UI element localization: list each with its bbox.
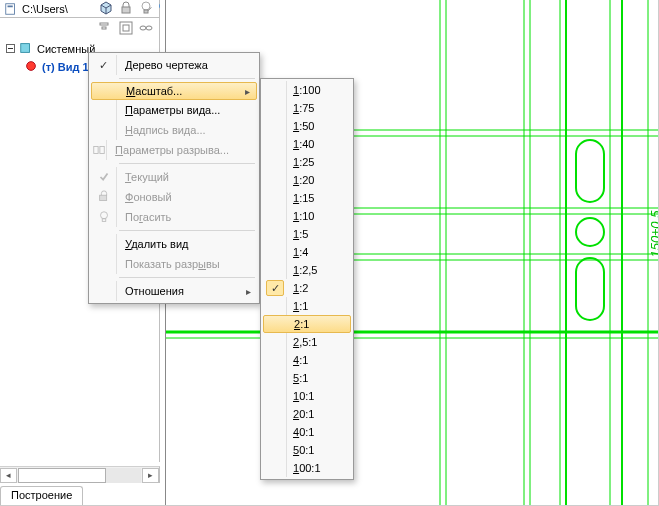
svg-rect-4 <box>144 10 148 13</box>
menu-item-relations[interactable]: Отношения <box>91 281 257 301</box>
menu-item-label: Надпись вида... <box>117 124 257 136</box>
layer-icon <box>19 41 33 57</box>
svg-point-35 <box>576 218 604 246</box>
scale-option[interactable]: 1:50 <box>263 117 351 135</box>
scale-option[interactable]: 1:40 <box>263 135 351 153</box>
svg-point-16 <box>27 62 36 71</box>
menu-item-label: Показать разрывы <box>117 258 257 270</box>
scale-option-label: 1:1 <box>287 300 351 312</box>
svg-point-41 <box>100 212 107 219</box>
scale-option-label: 40:1 <box>287 426 351 438</box>
scale-option-label: 20:1 <box>287 408 351 420</box>
scale-option[interactable]: 1:1 <box>263 297 351 315</box>
scale-option[interactable]: 1:5 <box>263 225 351 243</box>
menu-item-dim: Погасить <box>91 207 257 227</box>
scale-option[interactable]: 100:1 <box>263 459 351 477</box>
scale-option-label: 1:2,5 <box>287 264 351 276</box>
svg-rect-42 <box>102 219 106 222</box>
scale-option-label: 1:10 <box>287 210 351 222</box>
svg-rect-1 <box>8 5 13 7</box>
scroll-left-button[interactable]: ◂ <box>0 468 17 483</box>
menu-item-label: Фоновый <box>117 191 257 203</box>
svg-rect-15 <box>21 44 30 53</box>
scroll-thumb[interactable] <box>18 468 106 483</box>
menu-item-tree[interactable]: Дерево чертежа <box>91 55 257 75</box>
menu-item-show-breaks: Показать разрывы <box>91 254 257 274</box>
menu-item-label: Дерево чертежа <box>117 59 257 71</box>
scale-option-label: 2,5:1 <box>287 336 351 348</box>
menu-item-current: Текущий <box>91 167 257 187</box>
scale-option-label: 5:1 <box>287 372 351 384</box>
scale-option-label: 1:75 <box>287 102 351 114</box>
menu-item-background: Фоновый <box>91 187 257 207</box>
tab-label: Построение <box>11 489 72 501</box>
tree-tabs: Построение <box>0 483 160 506</box>
menu-item-label: Текущий <box>117 171 257 183</box>
scale-option[interactable]: 1:75 <box>263 99 351 117</box>
menu-item-scale[interactable]: Масштаб... <box>91 82 257 100</box>
context-menu: Дерево чертежа Масштаб... Параметры вида… <box>88 52 260 304</box>
scale-option[interactable]: 1:2,5 <box>263 261 351 279</box>
tree-item-label: Системный <box>37 43 95 55</box>
scale-option-label: 1:15 <box>287 192 351 204</box>
scale-option[interactable]: 20:1 <box>263 405 351 423</box>
scale-option[interactable]: 1:25 <box>263 153 351 171</box>
scale-option[interactable]: 1:2 <box>263 279 351 297</box>
menu-item-view-caption: Надпись вида... <box>91 120 257 140</box>
scale-option[interactable]: 4:1 <box>263 351 351 369</box>
scale-option[interactable]: 40:1 <box>263 423 351 441</box>
lock-icon[interactable] <box>118 0 134 18</box>
scale-option-label: 50:1 <box>287 444 351 456</box>
svg-rect-36 <box>576 258 604 320</box>
scale-option-label: 1:20 <box>287 174 351 186</box>
svg-rect-39 <box>99 147 103 154</box>
menu-item-label: Параметры разрыва... <box>107 144 257 156</box>
scroll-track[interactable] <box>18 468 141 483</box>
scale-option[interactable]: 1:4 <box>263 243 351 261</box>
svg-rect-34 <box>576 140 604 202</box>
menu-item-label: Отношения <box>117 285 257 297</box>
scale-option-label: 1:50 <box>287 120 351 132</box>
svg-rect-38 <box>93 147 97 154</box>
scale-option[interactable]: 5:1 <box>263 369 351 387</box>
menu-item-delete-view[interactable]: Удалить вид <box>91 234 257 254</box>
scale-option[interactable]: 1:15 <box>263 189 351 207</box>
cube-icon[interactable] <box>98 0 114 18</box>
scale-option-label: 4:1 <box>287 354 351 366</box>
tab-construction[interactable]: Построение <box>0 486 83 506</box>
menu-separator <box>119 277 255 278</box>
svg-rect-2 <box>122 7 130 13</box>
scale-option-label: 1:2 <box>287 282 351 294</box>
menu-item-label: Удалить вид <box>117 238 257 250</box>
scale-option[interactable]: 10:1 <box>263 387 351 405</box>
scale-option-label: 1:25 <box>287 156 351 168</box>
scale-option[interactable]: 1:100 <box>263 81 351 99</box>
scale-option[interactable]: 50:1 <box>263 441 351 459</box>
scale-option[interactable]: 2:1 <box>263 315 351 333</box>
menu-item-label: Параметры вида... <box>117 104 257 116</box>
sheet-icon <box>4 2 18 16</box>
menu-separator <box>119 78 255 79</box>
scale-option-label: 1:100 <box>287 84 351 96</box>
record-icon <box>24 59 38 75</box>
bulb-icon[interactable] <box>138 0 154 18</box>
menu-separator <box>119 230 255 231</box>
minus-box-icon[interactable] <box>6 43 15 55</box>
scale-option-label: 10:1 <box>287 390 351 402</box>
menu-item-label: Масштаб... <box>118 85 256 97</box>
svg-rect-40 <box>99 195 106 200</box>
tree-horizontal-scrollbar[interactable]: ◂ ▸ <box>0 466 160 483</box>
scale-submenu: 1:1001:751:501:401:251:201:151:101:51:41… <box>260 78 354 480</box>
menu-item-view-params[interactable]: Параметры вида... <box>91 100 257 120</box>
scale-option[interactable]: 1:20 <box>263 171 351 189</box>
scale-option-label: 2:1 <box>288 318 350 330</box>
scale-option-label: 1:40 <box>287 138 351 150</box>
menu-separator <box>119 163 255 164</box>
scale-option-label: 100:1 <box>287 462 351 474</box>
scale-option-label: 1:4 <box>287 246 351 258</box>
scroll-right-button[interactable]: ▸ <box>142 468 159 483</box>
dimension-label: 150±0,5 <box>648 210 659 258</box>
scale-option[interactable]: 2,5:1 <box>263 333 351 351</box>
menu-item-break-params: Параметры разрыва... <box>91 140 257 160</box>
scale-option[interactable]: 1:10 <box>263 207 351 225</box>
